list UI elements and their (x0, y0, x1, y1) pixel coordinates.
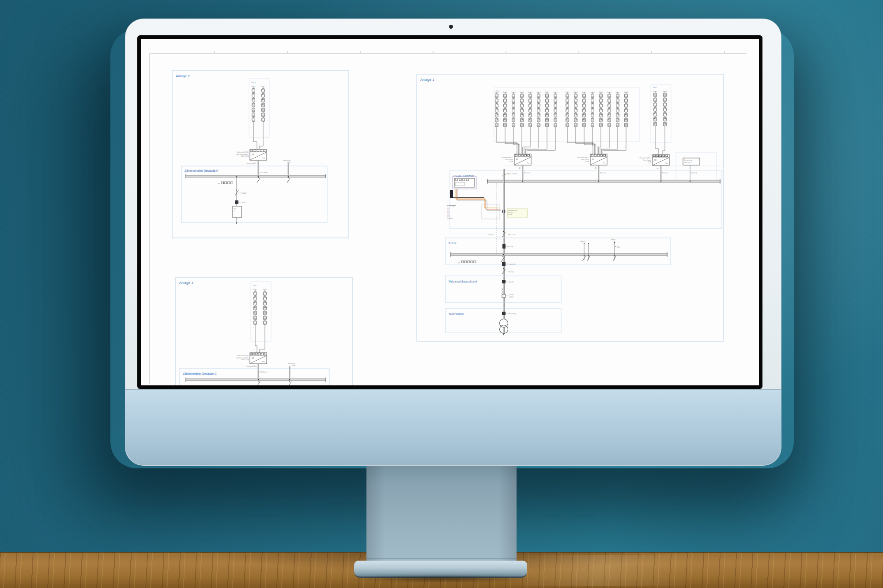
svg-text:Sunny Tripower: Sunny Tripower (505, 159, 513, 161)
svg-text:10 kVA: 10 kVA (648, 161, 651, 163)
meter-label: Zähler Z2 (242, 202, 247, 204)
schematic-canvas: Anlage 2 Dach A String 1 String 2 Wechse… (141, 39, 759, 385)
ac-cable-label: NYY-J 5×6 mm² (260, 172, 268, 173)
pvac-title: PV-AC Sammler (453, 174, 475, 177)
pv-string-chains (252, 87, 264, 149)
zaehlerverteiler-a: Zählerverteiler Gebäude A Einspeisung WR… (181, 160, 327, 224)
inverter-symbol (514, 154, 531, 165)
svg-text:4 N: 4 N (447, 214, 449, 215)
zv-a-title: Zählerverteiler Gebäude A (185, 169, 219, 172)
ksdv-taps: Abgang 1 Abgang 2 63 A (581, 239, 619, 261)
svg-text:25 kVA: 25 kVA (509, 161, 513, 162)
imac-chin (125, 389, 781, 465)
svg-text:NYY-J 5×6: NYY-J 5×6 (691, 172, 697, 174)
imac-screen: Anlage 2 Dach A String 1 String 2 Wechse… (137, 35, 762, 389)
inverter-label: Sunny Tripower 20000TL (236, 357, 249, 359)
svg-text:1 L1: 1 L1 (447, 207, 450, 209)
inverter-symbol (250, 353, 267, 364)
stand-foot-shadow (347, 575, 534, 582)
inverter-label: 3×400 V / 29 A (241, 359, 249, 361)
string-group-3 (654, 91, 666, 154)
grid-label: NSHV (292, 365, 295, 366)
imac-body: Anlage 2 Dach A String 1 String 2 Wechse… (125, 19, 781, 466)
wiring-diagram-svg: Anlage 2 Dach A String 1 String 2 Wechse… (141, 39, 759, 385)
svg-text:Zähler Z1: Zähler Z1 (509, 281, 514, 283)
svg-text:Klasse 0,5: Klasse 0,5 (508, 212, 514, 214)
grid-label: Netzanschluss (288, 363, 296, 365)
roof-label: Dach 2 (653, 87, 657, 88)
zv-c-title: Zählerverteiler Gebäude C (183, 372, 217, 375)
tab-label: TAB (218, 183, 220, 185)
svg-text:Wandlermessung: Wandlermessung (508, 210, 517, 211)
surge-protection-note: Überspannungs- schutz Typ 1+2 NYY-J 5×6 (683, 158, 700, 180)
roof-label: Dach A (251, 82, 256, 83)
svg-text:NH2 250 A: NH2 250 A (507, 246, 513, 248)
desk-light-reflection (508, 555, 693, 586)
svg-text:Sunny Tripower: Sunny Tripower (581, 159, 589, 161)
ksdv-section: KSDV NH2 250 A Zähler EVU NH Abgang 1 (445, 238, 671, 266)
svg-text:HH-Sicherung: HH-Sicherung (509, 313, 516, 315)
svg-text:NAYY-J 4×150 mm²: NAYY-J 4×150 mm² (507, 173, 517, 175)
anlage-1-title: Anlage 1 (420, 78, 434, 82)
switch-label: SLS 63 A (242, 192, 246, 194)
zaehlerverteiler-c: Zählerverteiler Gebäude C Einspeisung WR… (179, 363, 329, 385)
string-group-1: String 1 String 2 String 3 String 4 Stri… (495, 91, 558, 154)
svg-text:Wechselrichter WR 1.3: Wechselrichter WR 1.3 (640, 157, 652, 159)
meter-box-text: kWh (234, 208, 237, 210)
svg-text:AC: AC (595, 167, 596, 169)
svg-text:Abgang 2: Abgang 2 (611, 239, 616, 241)
inverter-label: Wechselrichter WR 2.1 (237, 151, 249, 153)
svg-text:NH: NH (458, 262, 460, 264)
webcam-dot (449, 25, 453, 29)
svg-text:NYY-J 5×10: NYY-J 5×10 (600, 172, 606, 174)
inverter-label: Wechselrichter WR 3.1 (237, 355, 249, 357)
svg-text:Wandler: Wandler (509, 294, 514, 296)
svg-text:AC: AC (519, 167, 521, 169)
anlage-2-title: Anlage 2 (176, 74, 190, 78)
inverter-label: Sunny Tripower 20000TL (236, 154, 249, 155)
svg-text:Sunny Tripower: Sunny Tripower (643, 159, 651, 161)
device-label: Parkregler (447, 204, 456, 207)
svg-text:63 A: 63 A (617, 246, 619, 248)
svg-text:Zähler EVU: Zähler EVU (509, 264, 516, 265)
svg-text:Wechselrichter WR 1.2: Wechselrichter WR 1.2 (577, 157, 589, 158)
anlage-3-title: Anlage 3 (179, 281, 193, 285)
inverter-symbol (250, 149, 267, 160)
inverter-label: 3×400 V / 29 A (241, 155, 249, 157)
svg-text:6 Meldung: 6 Meldung (447, 218, 453, 219)
pv-ac-sammler: PV-AC Sammler Parkregler 1 L1 2 L2 3 L3 … (447, 171, 722, 229)
pv-string-chains (254, 290, 266, 353)
svg-text:200/5 A: 200/5 A (509, 296, 513, 298)
ksdv-title: KSDV (449, 241, 457, 245)
photo-imac-on-desk: { "scene":{"device":"iMac","wall_color":… (0, 0, 883, 588)
ac-cable-label: NYY-J 5×6 mm² (260, 371, 268, 373)
svg-text:NYY-J 5×6: NYY-J 5×6 (662, 172, 668, 174)
svg-text:200/5 A: 200/5 A (508, 214, 512, 215)
anlage-3-section: Anlage 3 Dach C String 1 String 2 Wechse… (176, 277, 352, 385)
svg-text:25 kVA: 25 kVA (585, 161, 589, 162)
inverter-symbol (590, 154, 607, 165)
svg-text:3 L3: 3 L3 (447, 211, 450, 213)
netz-title: Netzanschlussschrank (449, 280, 478, 283)
anlage-1-section: Anlage 1 Dach 1 String 1 String 2 String… (417, 74, 724, 341)
svg-text:Abgang 1: Abgang 1 (581, 241, 586, 242)
feed-label: Einspeisung WR 3.1 (247, 366, 257, 367)
feed-label: Einspeisung WR 2.1 (247, 163, 257, 165)
trafo-title: Trafostation (449, 313, 464, 316)
svg-text:NYY-J 5×10: NYY-J 5×10 (524, 172, 530, 174)
roof-label: Dach C (253, 285, 258, 286)
grid-label: Netzanschluss (283, 160, 291, 162)
inverter-symbol (653, 155, 669, 166)
svg-text:Überspannungs-: Überspannungs- (684, 159, 692, 161)
svg-text:AC: AC (657, 168, 659, 170)
anlage-2-section: Anlage 2 Dach A String 1 String 2 Wechse… (172, 71, 349, 238)
string-group-2: String 1 String 2 String 3 String 4 Stri… (566, 91, 628, 154)
svg-text:NAYY-J 4×150: NAYY-J 4×150 (508, 234, 516, 236)
svg-text:schutz Typ 1+2: schutz Typ 1+2 (684, 162, 692, 163)
svg-text:Trenner Q2: Trenner Q2 (508, 271, 514, 273)
svg-text:2 L2: 2 L2 (447, 210, 450, 211)
svg-text:Trenner Q1: Trenner Q1 (488, 234, 494, 236)
svg-text:Wechselrichter WR 1.1: Wechselrichter WR 1.1 (502, 157, 513, 158)
imac-stand-column (366, 463, 517, 564)
svg-text:5 PE: 5 PE (447, 215, 450, 217)
